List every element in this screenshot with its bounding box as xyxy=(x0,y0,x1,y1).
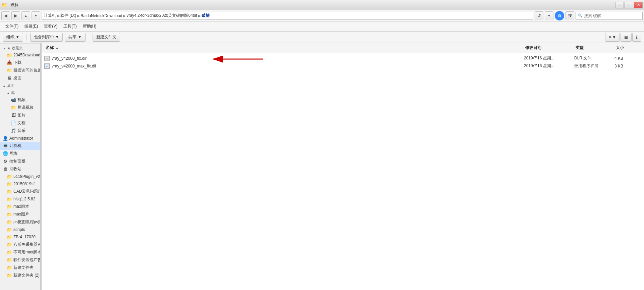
folder-icon-5118: 📁 xyxy=(7,174,12,179)
sidebar-item-2345downloads[interactable]: 📁 2345Download... xyxy=(0,51,40,59)
sidebar-item-downloads[interactable]: 📥 下载 xyxy=(0,59,40,66)
add-to-library-button[interactable]: 包含到库中 ▼ xyxy=(30,33,63,42)
sidebar-item-folder-cad[interactable]: 📁 CAD常见问题广场... xyxy=(0,188,40,195)
folder-icon-downloads: 📥 xyxy=(7,60,12,65)
up-button[interactable]: ▲ xyxy=(21,11,30,20)
file-icon-dlr-1: DLR xyxy=(44,56,50,61)
sidebar-scripts-label: scripts xyxy=(13,227,25,232)
view-icons-group: ≡ ▼ ▦ ℹ xyxy=(605,33,641,42)
back-button[interactable]: ◀ xyxy=(1,11,10,20)
search-input-container: 🔍 xyxy=(576,12,643,20)
new-folder-button[interactable]: 新建文件夹 xyxy=(93,33,120,42)
menu-view[interactable]: 查看(V) xyxy=(41,22,60,30)
address-path[interactable]: 计算机 ▶ 软件 (D:) ▶ BaiduNetdiskDownload ▶ v… xyxy=(42,12,533,20)
sidebar-item-folder-hlsq[interactable]: 📁 hlsq1.2.5.82 xyxy=(0,195,40,203)
sidebar-item-folder-software[interactable]: 📁 软件安装包广告(... xyxy=(0,256,40,264)
sidebar-item-recycle[interactable]: 🗑 回收站 xyxy=(0,165,40,173)
sidebar-computer-label: 计算机 xyxy=(9,143,21,149)
sidebar-section-library[interactable]: ▲ 库 xyxy=(0,89,40,96)
menu-edit[interactable]: 编辑(E) xyxy=(22,22,41,30)
maximize-button[interactable]: □ xyxy=(625,2,633,8)
sidebar-unusable-label: 不可用max脚本 xyxy=(13,249,40,255)
library-expand-icon: ▲ xyxy=(7,91,10,95)
sidebar-item-tencent-video[interactable]: 📁 腾讯视频 xyxy=(0,104,40,111)
file-row-2[interactable]: DLL vray_v42000_max_fix.dll 2019\7\16 星期… xyxy=(42,62,644,70)
preview-pane-button[interactable]: ▦ xyxy=(621,33,632,42)
title-bar-left: 📁 破解 xyxy=(1,2,18,8)
col-header-name[interactable]: 名称 ▲ xyxy=(44,44,524,51)
favorites-expand-icon: ▲ xyxy=(3,47,6,50)
col-header-modified[interactable]: 修改日期 xyxy=(524,44,574,51)
path-segment-3: BaiduNetdiskDownload xyxy=(80,13,122,18)
menu-toolbar: 文件(F) 编辑(E) 查看(V) 工具(T) 帮助(H) xyxy=(0,21,644,32)
sidebar-desktop-fav-label: 桌面 xyxy=(13,75,21,81)
sidebar-item-folder-20150819sf[interactable]: 📁 20150819sf xyxy=(0,180,40,188)
sidebar-item-control-panel[interactable]: ⚙ 控制面板 xyxy=(0,157,40,165)
computer-icon: 💻 xyxy=(3,143,8,149)
organize-label: 组织 ▼ xyxy=(6,34,19,40)
share-button[interactable]: 共享 ▼ xyxy=(65,33,85,42)
sidebar-item-video[interactable]: 📹 视频 xyxy=(0,96,40,104)
sidebar-item-folder-new2[interactable]: 📁 新建文件夹 (2) xyxy=(0,272,40,279)
sidebar-item-folder-bazhua[interactable]: 📁 八爪鱼采集器V7... xyxy=(0,241,40,248)
sidebar-item-folder-new1[interactable]: 📁 新建文件夹 xyxy=(0,264,40,272)
sidebar-section-desktop[interactable]: ▲ 桌面 xyxy=(0,82,40,89)
search-input[interactable] xyxy=(584,13,640,18)
sidebar-item-folder-zbr4[interactable]: 📁 ZBr4_17020 xyxy=(0,233,40,241)
folder-icon-documents: 📄 xyxy=(11,120,16,126)
sidebar-item-folder-unusable[interactable]: 📁 不可用max脚本 xyxy=(0,248,40,256)
sidebar-item-folder-max-img[interactable]: 📁 max图片 xyxy=(0,210,40,218)
sidebar-desktop-label: 桌面 xyxy=(7,83,14,88)
sidebar-item-documents[interactable]: 📄 文档 xyxy=(0,119,40,127)
control-panel-icon: ⚙ xyxy=(3,159,8,164)
sidebar-downloads-label: 下载 xyxy=(13,60,21,65)
path-dropdown-button[interactable]: ▼ xyxy=(545,11,553,20)
file-icon-dll-2: DLL xyxy=(44,63,50,69)
view-toggle-button[interactable]: ≡ ▼ xyxy=(605,33,620,42)
forward-button[interactable]: ▶ xyxy=(11,11,20,20)
sidebar-new2-label: 新建文件夹 (2) xyxy=(13,273,40,278)
sidebar-item-folder-ps[interactable]: 📁 ps抠图教程ps抠... xyxy=(0,218,40,226)
folder-icon-hlsq: 📁 xyxy=(7,196,12,202)
col-name-label: 名称 xyxy=(46,45,54,50)
sidebar-item-pictures[interactable]: 🖼 图片 xyxy=(0,111,40,119)
sidebar-item-desktop-fav[interactable]: 🖥 桌面 xyxy=(0,74,40,82)
file-size-2: 3 KB xyxy=(614,64,641,68)
col-header-type[interactable]: 类型 xyxy=(574,44,614,51)
sidebar-20150819sf-label: 20150819sf xyxy=(13,182,35,186)
menu-help[interactable]: 帮助(H) xyxy=(80,22,99,30)
folder-icon-video: 📹 xyxy=(11,97,16,103)
menu-file[interactable]: 文件(F) xyxy=(3,22,21,30)
baidu-search-button[interactable]: 搜 xyxy=(566,11,574,20)
sidebar-item-administrator[interactable]: 👤 Administrator xyxy=(0,135,40,142)
close-button[interactable]: ✕ xyxy=(634,2,643,8)
sidebar-section-favorites[interactable]: ▲ ★ 收藏夹 xyxy=(0,44,40,51)
share-label: 共享 ▼ xyxy=(68,34,82,40)
minimize-button[interactable]: ─ xyxy=(615,2,624,8)
sidebar-item-folder-max-script[interactable]: 📁 max脚本 xyxy=(0,203,40,210)
desktop-expand-icon: ▲ xyxy=(3,84,6,88)
file-row-1[interactable]: DLR vray_v42000_fix.dlr 2019\7\16 星期... … xyxy=(42,54,644,62)
recent-button[interactable]: ▼ xyxy=(32,11,40,20)
address-bar: ◀ ▶ ▲ ▼ 计算机 ▶ 软件 (D:) ▶ BaiduNetdiskDown… xyxy=(0,10,644,21)
content-area: 名称 ▲ 修改日期 类型 大小 DLR xyxy=(42,43,644,290)
refresh-button[interactable]: ↺ xyxy=(535,11,543,20)
sidebar-cad-label: CAD常见问题广场... xyxy=(13,189,40,194)
sidebar-hlsq-label: hlsq1.2.5.82 xyxy=(13,197,35,201)
folder-icon-music: 🎵 xyxy=(11,128,16,134)
sidebar-item-folder-5118[interactable]: 📁 5118Plugin_v2.0... xyxy=(0,173,40,180)
file-name-2: vray_v42000_max_fix.dll xyxy=(52,64,96,68)
sidebar-item-folder-scripts[interactable]: 📁 scripts xyxy=(0,226,40,233)
organize-button[interactable]: 组织 ▼ xyxy=(3,33,23,42)
sidebar-item-computer[interactable]: 💻 计算机 xyxy=(0,142,40,150)
col-header-size[interactable]: 大小 xyxy=(614,44,641,51)
main-layout: ▲ ★ 收藏夹 📁 2345Download... 📥 下载 📁 最近访问的位置… xyxy=(0,43,644,290)
menu-tools[interactable]: 工具(T) xyxy=(61,22,79,30)
sidebar-item-recent[interactable]: 📁 最近访问的位置 xyxy=(0,66,40,74)
sidebar-zbr4-label: ZBr4_17020 xyxy=(13,235,36,239)
details-pane-button[interactable]: ℹ xyxy=(632,33,641,42)
sidebar-item-network[interactable]: 🌐 网络 xyxy=(0,150,40,157)
sidebar-item-music[interactable]: 🎵 音乐 xyxy=(0,127,40,135)
file-name-cell-2: DLL vray_v42000_max_fix.dll xyxy=(44,63,524,69)
folder-icon-cad: 📁 xyxy=(7,189,12,194)
